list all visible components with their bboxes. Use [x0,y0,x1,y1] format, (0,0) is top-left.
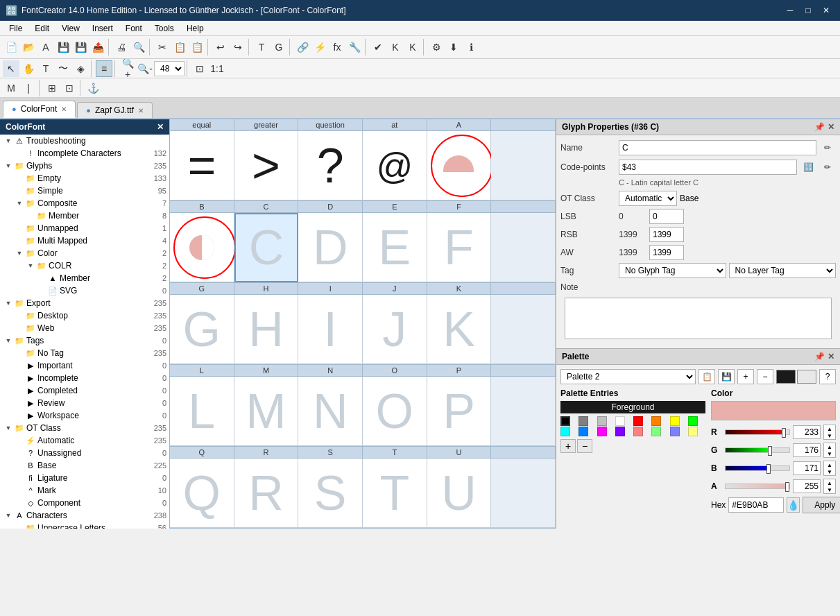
glyph-cell[interactable] [491,295,556,364]
color-swatch[interactable] [560,427,570,436]
tree-item[interactable]: ▼📁OT Class235 [0,422,169,434]
font-button[interactable]: A [37,39,54,55]
b-spin-down[interactable]: ▼ [824,468,835,475]
menu-file[interactable]: File [3,22,28,35]
color-swatch[interactable] [651,416,661,426]
glyph-cell[interactable] [491,213,556,282]
curve-tool[interactable]: 〜 [55,60,71,77]
zoom-out[interactable]: 🔍- [137,60,153,77]
eraser-button[interactable]: 🔧 [346,39,363,55]
tree-item[interactable]: 📁Unmapped1 [0,222,169,234]
node-tool[interactable]: ◈ [72,60,89,77]
codepoints-input[interactable] [619,160,797,175]
palette-remove-icon[interactable]: − [757,369,773,384]
eyedropper-button[interactable]: 💧 [787,497,800,513]
glyph-cell[interactable]: E [363,213,427,282]
close-button[interactable]: ✕ [818,2,834,19]
b-spin-up[interactable]: ▲ [824,461,835,468]
glyph-cell[interactable]: N [298,377,363,446]
text-tool[interactable]: T [37,60,54,77]
tree-item[interactable]: 📁Multi Mapped4 [0,234,169,247]
color-swatch[interactable] [615,427,625,436]
glyph-cell[interactable]: @ [363,131,427,200]
tree-expand-icon[interactable]: ▼ [3,162,14,169]
tree-item[interactable]: ^Mark10 [0,484,169,497]
color-swatch[interactable] [578,416,588,426]
pin-icon[interactable]: 📌 [814,122,825,132]
tree-item[interactable]: 📁Simple95 [0,185,169,197]
g-spin-up[interactable]: ▲ [824,443,835,450]
glyph-tag-select[interactable]: No Glyph Tag Important Incomplete [619,263,726,278]
copy-button[interactable]: 📋 [171,39,188,55]
tree-item[interactable]: ▼📁COLR2 [0,259,169,272]
r-slider-track[interactable] [725,429,790,435]
tree-expand-icon[interactable]: ▼ [3,137,14,144]
tree-item[interactable]: ▼📁Composite7 [0,197,169,209]
save-button[interactable]: 💾 [55,39,71,55]
color-swatch[interactable] [615,416,625,426]
hex-input[interactable] [728,497,784,513]
tree-item[interactable]: ▲Member2 [0,272,169,284]
a-spinner[interactable]: ▲ ▼ [823,479,836,494]
color-swatch[interactable] [597,416,607,426]
g-spin-down[interactable]: ▼ [824,450,835,457]
kern2-button[interactable]: K [404,39,421,55]
glyph-cell[interactable] [491,459,556,528]
glyph-cell[interactable]: S [298,459,363,528]
g-value-input[interactable] [793,443,821,457]
aw-input[interactable] [649,245,684,260]
glyph-cell[interactable]: Q [170,459,234,528]
glyph-cell[interactable]: M [234,377,299,446]
glyph-cell[interactable]: H [234,295,299,364]
cut-button[interactable]: ✂ [154,39,171,55]
r-slider-thumb[interactable] [782,428,786,438]
note-textarea[interactable] [565,298,832,339]
redo-button[interactable]: ↪ [230,39,246,55]
b-spinner[interactable]: ▲ ▼ [823,461,836,476]
tree-close-icon[interactable]: ✕ [157,122,164,132]
formula-button[interactable]: fx [329,39,345,55]
g-slider-thumb[interactable] [768,446,772,456]
tree-expand-icon[interactable]: ▼ [3,425,14,431]
maximize-button[interactable]: □ [800,2,816,19]
menu-tools[interactable]: Tools [148,22,180,35]
tree-item[interactable]: ▼📁Glyphs235 [0,160,169,172]
add-swatch-button[interactable]: + [560,439,576,453]
open-button[interactable]: 📂 [20,39,37,55]
zoom-in[interactable]: 🔍+ [119,60,136,77]
a-spin-up[interactable]: ▲ [824,479,835,486]
print-button[interactable]: 🖨 [113,39,130,55]
new-button[interactable]: 📄 [3,39,19,55]
glyph-cell[interactable]: K [427,295,492,364]
glyph-cell[interactable]: U [427,459,492,528]
rsb-input[interactable] [649,227,684,242]
tree-expand-icon[interactable]: ▼ [3,512,14,519]
tree-item[interactable]: ▶Review0 [0,397,169,409]
metrics-btn[interactable]: M [3,80,19,96]
b-slider-thumb[interactable] [766,464,771,474]
color-swatch[interactable] [633,427,643,436]
palette-add-icon[interactable]: + [737,369,754,384]
color-swatch[interactable] [633,416,643,426]
tree-item[interactable]: ?Unassigned0 [0,447,169,459]
color-swatch[interactable] [670,416,680,426]
a-value-input[interactable] [793,479,821,493]
test-button[interactable]: T [253,39,270,55]
tree-item[interactable]: 📄SVG0 [0,284,169,297]
undo-button[interactable]: ↩ [212,39,229,55]
palette-help-icon[interactable]: ? [819,369,836,384]
glyph-cell[interactable]: I [298,295,363,364]
hand-tool[interactable]: ✋ [20,60,37,77]
otclass-select[interactable]: Automatic Base Ligature Mark [619,191,677,206]
tree-item[interactable]: ▼⚠Troubleshooting [0,135,169,147]
tree-expand-icon[interactable]: ▼ [3,300,14,307]
tree-item[interactable]: ▼ACharacters238 [0,509,169,522]
glyphs-button[interactable]: G [271,39,287,55]
a-slider-track[interactable] [725,484,790,489]
g-spinner[interactable]: ▲ ▼ [823,443,836,458]
tree-item[interactable]: ▶Important0 [0,359,169,372]
download-button[interactable]: ⬇ [445,39,462,55]
info-button[interactable]: ℹ [463,39,479,55]
bg-color-swatch[interactable] [797,370,816,384]
link-button[interactable]: 🔗 [294,39,311,55]
